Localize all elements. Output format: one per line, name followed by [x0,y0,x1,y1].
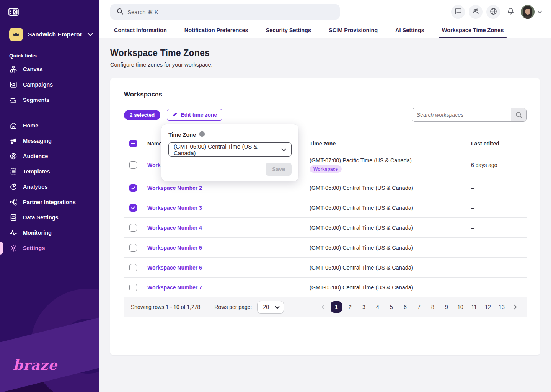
sidebar-item-segments[interactable]: Segments [0,92,99,108]
sidebar-item-partner-integrations[interactable]: Partner Integrations [0,194,99,210]
page-button[interactable]: 10 [455,301,466,313]
save-button[interactable]: Save [266,163,292,176]
row-checkbox[interactable] [129,204,137,212]
sidebar-item-templates[interactable]: Templates [0,164,99,179]
row-checkbox[interactable] [129,224,137,232]
avatar [521,5,535,19]
search-icon [116,8,124,16]
workspace-search-button[interactable] [511,108,526,121]
sidebar-item-analytics[interactable]: Analytics [0,179,99,194]
tab-workspace-time-zones[interactable]: Workspace Time Zones [441,24,504,38]
time-zone-value: (GMT-05:00) Central Time (US & Canada) [310,225,471,231]
time-zone-value: (GMT-05:00) Central Time (US & Canada) [310,284,471,291]
rows-per-page-chevron-down-icon [275,304,280,310]
database-icon [9,213,18,222]
info-icon[interactable] [199,131,205,139]
rows-per-page-select[interactable]: 20 [257,301,284,314]
global-search-input[interactable] [127,9,334,15]
table-row: Workspace Number 3 (GMT-05:00) Central T… [124,198,527,218]
row-checkbox[interactable] [129,161,137,169]
feedback-button[interactable] [451,5,465,19]
tab-security-settings[interactable]: Security Settings [265,24,312,38]
notifications-button[interactable] [504,5,517,18]
tab-notification-preferences[interactable]: Notification Preferences [184,24,249,38]
sidebar-item-messaging[interactable]: Messaging [0,133,99,149]
content: Workspace Time Zones Configure time zone… [99,38,551,392]
page-subtitle: Configure time zones for your workspace. [110,62,540,68]
table-toolbar: 2 selected Edit time zone [124,108,527,122]
collapse-sidebar-button[interactable] [8,8,19,18]
previous-page-button[interactable] [318,302,328,312]
page-button[interactable]: 5 [386,301,397,313]
sidebar-item-canvas[interactable]: Canvas [0,62,99,77]
row-checkbox[interactable] [129,284,137,291]
account-chevron-down-icon [537,8,543,15]
page-button[interactable]: 3 [358,301,370,313]
selected-count-badge: 2 selected [124,110,160,120]
sidebar-item-monitoring[interactable]: Monitoring [0,225,99,240]
workspace-link[interactable]: Workspace Number 5 [147,245,202,251]
language-button[interactable] [486,5,500,19]
page-button[interactable]: 2 [344,301,356,313]
footer-divider [207,302,207,312]
last-edited-value: – [471,185,527,191]
global-search[interactable] [110,4,340,20]
sidebar-item-data-settings[interactable]: Data Settings [0,210,99,225]
sidebar-item-label: Campaigns [23,82,53,88]
page-button[interactable]: 13 [496,301,507,313]
time-zone-value: (GMT-05:00) Central Time (US & Canada) [310,245,471,251]
sidebar-item-label: Audience [23,153,48,159]
edit-time-zone-label: Edit time zone [181,112,217,118]
table-row: Workspace Number 5 (GMT-05:00) Central T… [124,238,527,258]
sidebar-item-audience[interactable]: Audience [0,149,99,164]
account-menu[interactable] [521,5,543,19]
row-checkbox[interactable] [129,264,137,271]
tab-contact-information[interactable]: Contact Information [113,24,168,38]
page-button[interactable]: 9 [441,301,452,313]
page-button[interactable]: 12 [482,301,494,313]
workspace-search-input[interactable] [412,108,511,121]
table-row: Workspace Number 4 (GMT-05:00) Central T… [124,218,527,238]
next-page-button[interactable] [510,302,520,312]
select-all-checkbox[interactable] [129,140,137,147]
sidebar-item-label: Messaging [23,138,52,144]
user-groups-button[interactable] [469,5,483,19]
workspace-search [412,108,527,122]
edit-time-zone-popover: Time Zone (GMT-05:00) Central Time (US &… [161,124,298,181]
time-zone-selected-value: (GMT-05:00) Central Time (US & Canada) [174,143,281,156]
sidebar-item-home[interactable]: Home [0,118,99,133]
tab-ai-settings[interactable]: AI Settings [395,24,425,38]
workspace-name: Sandwich Emperor [28,31,82,38]
page-button[interactable]: 7 [413,301,425,313]
sidebar: braze [0,0,99,392]
workspace-link[interactable]: Workspace Number 3 [147,205,202,211]
workspace-link[interactable]: Workspace Number 4 [147,225,202,231]
row-checkbox[interactable] [129,244,137,252]
page-button[interactable]: 11 [468,301,480,313]
row-checkbox[interactable] [129,184,137,192]
workspace-link[interactable]: Workspace Number 6 [147,265,202,271]
workspace-switcher[interactable]: Sandwich Emperor [9,28,99,41]
select-chevron-down-icon [281,146,287,153]
quick-links-label: Quick links [9,53,99,59]
workspace-chevron-down-icon [87,31,93,38]
page-button[interactable]: 6 [399,301,411,313]
time-zone-select[interactable]: (GMT-05:00) Central Time (US & Canada) [168,142,292,157]
page-button[interactable]: 1 [331,301,342,313]
showing-rows-text: Showing rows 1 - 10 of 1,278 [131,304,200,310]
last-edited-value: – [471,225,527,231]
workspace-link[interactable]: Workspace Number 7 [147,284,202,291]
main-area: Contact Information Notification Prefere… [99,0,551,392]
page-button[interactable]: 8 [427,301,439,313]
globe-icon [489,7,497,17]
page-button[interactable]: 4 [372,301,383,313]
edit-time-zone-button[interactable]: Edit time zone [167,109,222,121]
sidebar-item-campaigns[interactable]: Campaigns [0,77,99,92]
last-edited-value: 6 days ago [471,162,527,168]
workspace-link[interactable]: Workspace Number 2 [147,185,202,191]
column-header-last-edited: Last edited [471,140,527,147]
sidebar-item-settings[interactable]: Settings [0,240,99,256]
people-icon [472,7,480,17]
table-row: Workspace Number 7 (GMT-05:00) Central T… [124,278,527,297]
tab-scim-provisioning[interactable]: SCIM Provisioning [328,24,378,38]
